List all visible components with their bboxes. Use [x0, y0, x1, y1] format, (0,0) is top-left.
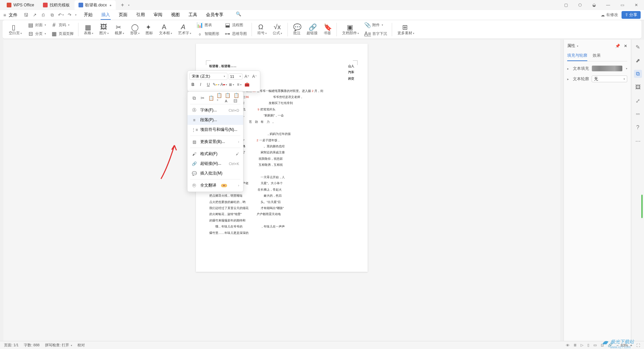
ctx-change-background[interactable]: ▨ 更换背景(B)... › — [187, 137, 243, 147]
shape-button[interactable]: ◯形状▾ — [127, 22, 142, 36]
tab-reference[interactable]: 引用 — [136, 10, 146, 20]
comment-button[interactable]: 💬批注 — [290, 22, 303, 36]
ctx-bullets-numbering[interactable]: ⋮≡ 项目符号和编号(N)... — [187, 125, 243, 135]
decrease-font-icon[interactable]: A⁻ — [251, 73, 258, 80]
file-menu[interactable]: 文件 — [9, 12, 17, 18]
view-web-icon[interactable]: ▭ — [593, 343, 597, 347]
tab-menu-caret[interactable]: ▾ — [128, 4, 129, 7]
hamburger-menu-icon[interactable]: ≡ — [3, 12, 6, 18]
share-button[interactable]: ⇪ 分享 — [622, 11, 641, 19]
status-spellcheck[interactable]: 拼写检查: 打开 ▾ — [45, 343, 72, 348]
prop-tab-effects[interactable]: 效果 — [593, 53, 601, 61]
nav-tool-icon[interactable]: ⤢ — [634, 97, 642, 105]
tab-document[interactable]: 盼望着.docx ● — [74, 0, 116, 10]
icons-button[interactable]: ✦图标 — [143, 22, 156, 36]
tab-start[interactable]: 开始 — [83, 10, 93, 20]
tab-template[interactable]: 找稻壳模板 — [39, 0, 74, 10]
status-words[interactable]: 字数: 888 — [24, 343, 39, 348]
properties-tool-icon[interactable]: ⧉ — [634, 70, 642, 78]
save-icon[interactable]: 🖫 — [22, 11, 30, 19]
search-icon[interactable]: 🔍 — [235, 10, 242, 18]
smartart-button[interactable]: ⬨智能图形 — [195, 30, 221, 38]
cut-icon[interactable]: ✂ — [199, 94, 206, 102]
print-preview-icon[interactable]: ⧉ — [48, 11, 56, 19]
expand-icon[interactable]: ▸ — [567, 77, 569, 81]
expand-icon[interactable]: ▸ — [567, 67, 569, 70]
tab-wps-office[interactable]: WPS Office — [3, 0, 38, 10]
tab-tools[interactable]: 工具 — [188, 10, 198, 20]
qat-more-caret[interactable]: ▾ — [75, 13, 76, 16]
print-icon[interactable]: ⎙ — [40, 11, 47, 19]
help-tool-icon[interactable]: ? — [634, 123, 642, 132]
paste-icon[interactable]: 📋 — [208, 94, 214, 102]
align-icon[interactable]: ≡▾ — [236, 81, 243, 88]
status-proof[interactable]: 校对 — [77, 343, 85, 348]
textbox-button[interactable]: A文本框▾ — [156, 22, 175, 36]
list-icon[interactable]: ≣▾ — [228, 81, 235, 88]
blank-page-button[interactable]: ▯空白页▾ — [6, 22, 24, 36]
ctx-hyperlink[interactable]: 🔗 超链接(H)... Ctrl+K — [187, 159, 243, 168]
underline-icon[interactable]: U — [205, 81, 212, 88]
pin-icon[interactable]: 📌 — [615, 44, 620, 48]
font-color-icon[interactable]: A▾ — [220, 81, 227, 88]
view-eye-icon[interactable]: 👁 — [566, 343, 570, 347]
screenshot-button[interactable]: ✂截屏▾ — [112, 22, 127, 36]
equation-button[interactable]: √x公式▾ — [270, 22, 285, 36]
fullscreen-icon[interactable]: ⛶ — [636, 343, 640, 347]
cover-button[interactable]: ▤封面▾ — [25, 21, 48, 29]
document-area[interactable]: ⋮⋮ 盼望着，盼望着……盼的新年来了先来上山人 海，好不热闹。34 眼汽车 的鸣… — [3, 40, 560, 341]
increase-font-icon[interactable]: A⁺ — [244, 73, 250, 80]
wordart-button[interactable]: A艺术字▾ — [175, 22, 194, 36]
tab-page[interactable]: 页面 — [118, 10, 128, 20]
text-fill-swatch[interactable] — [592, 65, 623, 71]
prop-tab-fill-outline[interactable]: 填充与轮廓 — [567, 53, 587, 61]
dropcap-button[interactable]: A≡首字下沉 — [362, 30, 389, 38]
doc-parts-button[interactable]: ▣文档部件▾ — [339, 22, 362, 36]
ctx-translate[interactable]: ㊥ 全文翻译 ✦ › — [187, 181, 243, 190]
symbol-button[interactable]: Ω符号▾ — [255, 22, 269, 36]
bold-icon[interactable]: B — [190, 81, 196, 88]
close-tab-icon[interactable]: ● — [109, 3, 111, 7]
undo-icon[interactable]: ↶▾ — [57, 11, 64, 19]
more-resources-button[interactable]: ⊞更多素材▾ — [395, 22, 417, 36]
status-page[interactable]: 页面: 1/1 — [4, 343, 18, 348]
mindmap-button[interactable]: ⊶思维导图 — [222, 30, 249, 38]
export-icon[interactable]: ↗ — [31, 11, 38, 19]
font-family-select[interactable]: 宋体 (正文)▾ — [190, 73, 227, 80]
copy-icon[interactable]: ⧉ — [191, 94, 197, 102]
scrollbar-thumb[interactable] — [641, 195, 643, 218]
text-outline-select[interactable]: 无 ▾ — [592, 76, 627, 82]
close-window-button[interactable]: ✕ — [631, 3, 641, 7]
bookmark-button[interactable]: 🔖书签 — [321, 22, 334, 36]
reading-mode-icon[interactable]: ▢ — [561, 3, 571, 7]
tab-view[interactable]: 视图 — [170, 10, 180, 20]
user-avatar-icon[interactable]: ◒ — [589, 3, 599, 7]
page-number-button[interactable]: #页码▾ — [49, 21, 75, 29]
view-list-icon[interactable]: ≣ — [574, 343, 577, 347]
tab-member[interactable]: 会员专享 — [205, 10, 224, 20]
ctx-format-painter[interactable]: 🖌 格式刷(F) 🖌 — [187, 149, 243, 159]
minimize-button[interactable]: — — [603, 3, 613, 7]
toolbox-icon[interactable]: 🧰 — [244, 81, 250, 88]
view-page-icon[interactable]: ▯ — [587, 343, 589, 347]
hyperlink-button[interactable]: 🔗超链接 — [304, 22, 320, 36]
chart-button[interactable]: 📊图表 — [195, 21, 221, 29]
thumb-tool-icon[interactable]: ▫▫ — [634, 110, 642, 118]
attachment-button[interactable]: 📎附件▾ — [362, 21, 389, 29]
ctx-paragraph[interactable]: ≡ 段落(P)... — [187, 115, 243, 125]
close-panel-icon[interactable]: ✕ — [624, 44, 627, 48]
page-break-button[interactable]: ⊟分页▾ — [25, 30, 48, 38]
view-play-icon[interactable]: ▷ — [581, 343, 583, 347]
flowchart-button[interactable]: ⬓流程图 — [222, 21, 249, 29]
more-tool-icon[interactable]: ⋯ — [634, 137, 642, 145]
italic-icon[interactable]: I — [197, 81, 204, 88]
redo-icon[interactable]: ↷ — [66, 11, 73, 19]
add-tab-button[interactable]: + — [119, 2, 126, 8]
gallery-tool-icon[interactable]: 🖼 — [634, 83, 642, 91]
highlight-color-icon[interactable]: ✎▾ — [213, 81, 219, 88]
tab-review[interactable]: 审阅 — [153, 10, 163, 20]
picture-button[interactable]: 🖼图片▾ — [97, 22, 111, 36]
ctx-insert-comment[interactable]: 💬 插入批注(M) — [187, 168, 243, 178]
fill-dropdown-caret[interactable]: ▾ — [626, 67, 627, 70]
tab-insert[interactable]: 插入 — [101, 10, 111, 20]
